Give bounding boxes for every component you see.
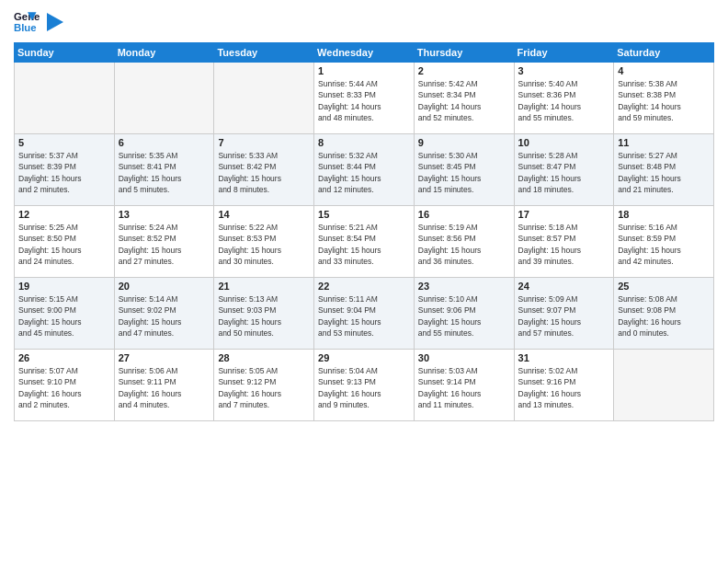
table-row: 17Sunrise: 5:18 AM Sunset: 8:57 PM Dayli… [514,206,614,278]
table-row: 19Sunrise: 5:15 AM Sunset: 9:00 PM Dayli… [15,278,115,350]
table-row: 5Sunrise: 5:37 AM Sunset: 8:39 PM Daylig… [15,134,115,206]
day-number: 7 [218,137,310,148]
table-row: 4Sunrise: 5:38 AM Sunset: 8:38 PM Daylig… [614,63,714,134]
table-row [15,63,115,134]
day-number: 28 [218,352,310,363]
calendar-week-row: 1Sunrise: 5:44 AM Sunset: 8:33 PM Daylig… [15,63,714,134]
day-info: Sunrise: 5:07 AM Sunset: 9:10 PM Dayligh… [18,365,110,410]
table-row: 16Sunrise: 5:19 AM Sunset: 8:56 PM Dayli… [414,206,514,278]
table-row: 31Sunrise: 5:02 AM Sunset: 9:16 PM Dayli… [514,350,614,421]
table-row: 6Sunrise: 5:35 AM Sunset: 8:41 PM Daylig… [114,134,214,206]
col-tuesday: Tuesday [214,43,314,63]
day-info: Sunrise: 5:40 AM Sunset: 8:36 PM Dayligh… [518,78,610,123]
day-number: 13 [119,209,210,220]
day-number: 27 [119,352,210,363]
day-info: Sunrise: 5:30 AM Sunset: 8:45 PM Dayligh… [418,150,510,195]
svg-text:Blue: Blue [14,22,37,33]
calendar-week-row: 5Sunrise: 5:37 AM Sunset: 8:39 PM Daylig… [15,134,714,206]
day-info: Sunrise: 5:14 AM Sunset: 9:02 PM Dayligh… [119,293,210,339]
day-number: 4 [618,65,710,76]
day-number: 9 [418,137,510,148]
table-row: 22Sunrise: 5:11 AM Sunset: 9:04 PM Dayli… [314,278,415,350]
table-row: 27Sunrise: 5:06 AM Sunset: 9:11 PM Dayli… [114,350,214,421]
logo-arrow-icon [47,13,63,31]
table-row: 11Sunrise: 5:27 AM Sunset: 8:48 PM Dayli… [614,134,714,206]
day-info: Sunrise: 5:37 AM Sunset: 8:39 PM Dayligh… [18,150,110,195]
day-info: Sunrise: 5:18 AM Sunset: 8:57 PM Dayligh… [518,222,610,267]
table-row: 21Sunrise: 5:13 AM Sunset: 9:03 PM Dayli… [214,278,314,350]
table-row: 18Sunrise: 5:16 AM Sunset: 8:59 PM Dayli… [614,206,714,278]
day-number: 22 [318,281,410,292]
day-info: Sunrise: 5:38 AM Sunset: 8:38 PM Dayligh… [618,78,710,123]
day-info: Sunrise: 5:02 AM Sunset: 9:16 PM Dayligh… [518,365,610,410]
day-info: Sunrise: 5:22 AM Sunset: 8:53 PM Dayligh… [218,222,310,267]
table-row: 25Sunrise: 5:08 AM Sunset: 9:08 PM Dayli… [614,278,714,350]
day-info: Sunrise: 5:25 AM Sunset: 8:50 PM Dayligh… [18,222,110,267]
col-saturday: Saturday [614,43,714,63]
table-row: 14Sunrise: 5:22 AM Sunset: 8:53 PM Dayli… [214,206,314,278]
table-row: 9Sunrise: 5:30 AM Sunset: 8:45 PM Daylig… [414,134,514,206]
logo: General Blue [14,9,63,35]
day-number: 14 [218,209,310,220]
logo-icon: General Blue [14,9,40,35]
day-info: Sunrise: 5:16 AM Sunset: 8:59 PM Dayligh… [618,222,710,267]
day-info: Sunrise: 5:19 AM Sunset: 8:56 PM Dayligh… [418,222,510,267]
day-number: 25 [618,281,710,292]
day-number: 10 [518,137,610,148]
table-row: 24Sunrise: 5:09 AM Sunset: 9:07 PM Dayli… [514,278,614,350]
table-row: 1Sunrise: 5:44 AM Sunset: 8:33 PM Daylig… [314,63,415,134]
table-row: 26Sunrise: 5:07 AM Sunset: 9:10 PM Dayli… [15,350,115,421]
calendar-week-row: 26Sunrise: 5:07 AM Sunset: 9:10 PM Dayli… [15,350,714,421]
day-number: 17 [518,209,610,220]
calendar-week-row: 12Sunrise: 5:25 AM Sunset: 8:50 PM Dayli… [15,206,714,278]
col-monday: Monday [114,43,214,63]
table-row: 2Sunrise: 5:42 AM Sunset: 8:34 PM Daylig… [414,63,514,134]
table-row: 28Sunrise: 5:05 AM Sunset: 9:12 PM Dayli… [214,350,314,421]
page-header: General Blue [14,9,714,35]
day-number: 3 [518,65,610,76]
day-number: 23 [418,281,510,292]
table-row: 3Sunrise: 5:40 AM Sunset: 8:36 PM Daylig… [514,63,614,134]
day-number: 21 [218,281,310,292]
day-info: Sunrise: 5:33 AM Sunset: 8:42 PM Dayligh… [218,150,310,195]
day-number: 24 [518,281,610,292]
day-info: Sunrise: 5:15 AM Sunset: 9:00 PM Dayligh… [18,293,110,339]
table-row: 30Sunrise: 5:03 AM Sunset: 9:14 PM Dayli… [414,350,514,421]
table-row: 12Sunrise: 5:25 AM Sunset: 8:50 PM Dayli… [15,206,115,278]
svg-marker-3 [47,13,63,31]
day-info: Sunrise: 5:13 AM Sunset: 9:03 PM Dayligh… [218,293,310,339]
table-row [614,350,714,421]
day-info: Sunrise: 5:21 AM Sunset: 8:54 PM Dayligh… [318,222,410,267]
day-info: Sunrise: 5:04 AM Sunset: 9:13 PM Dayligh… [318,365,410,410]
col-sunday: Sunday [15,43,115,63]
day-info: Sunrise: 5:08 AM Sunset: 9:08 PM Dayligh… [618,293,710,339]
table-row: 7Sunrise: 5:33 AM Sunset: 8:42 PM Daylig… [214,134,314,206]
day-info: Sunrise: 5:28 AM Sunset: 8:47 PM Dayligh… [518,150,610,195]
day-number: 30 [418,352,510,363]
day-number: 16 [418,209,510,220]
day-number: 20 [119,281,210,292]
day-number: 19 [18,281,110,292]
day-info: Sunrise: 5:11 AM Sunset: 9:04 PM Dayligh… [318,293,410,339]
table-row: 13Sunrise: 5:24 AM Sunset: 8:52 PM Dayli… [114,206,214,278]
day-info: Sunrise: 5:44 AM Sunset: 8:33 PM Dayligh… [318,78,410,123]
col-friday: Friday [514,43,614,63]
day-info: Sunrise: 5:32 AM Sunset: 8:44 PM Dayligh… [318,150,410,195]
table-row: 20Sunrise: 5:14 AM Sunset: 9:02 PM Dayli… [114,278,214,350]
table-row [214,63,314,134]
calendar-table: Sunday Monday Tuesday Wednesday Thursday… [14,42,714,421]
calendar-week-row: 19Sunrise: 5:15 AM Sunset: 9:00 PM Dayli… [15,278,714,350]
table-row: 8Sunrise: 5:32 AM Sunset: 8:44 PM Daylig… [314,134,415,206]
calendar-header-row: Sunday Monday Tuesday Wednesday Thursday… [15,43,714,63]
table-row: 29Sunrise: 5:04 AM Sunset: 9:13 PM Dayli… [314,350,415,421]
day-number: 8 [318,137,410,148]
day-number: 31 [518,352,610,363]
day-number: 12 [18,209,110,220]
day-info: Sunrise: 5:24 AM Sunset: 8:52 PM Dayligh… [119,222,210,267]
day-number: 6 [119,137,210,148]
day-info: Sunrise: 5:05 AM Sunset: 9:12 PM Dayligh… [218,365,310,410]
day-info: Sunrise: 5:06 AM Sunset: 9:11 PM Dayligh… [119,365,210,410]
day-info: Sunrise: 5:09 AM Sunset: 9:07 PM Dayligh… [518,293,610,339]
day-info: Sunrise: 5:42 AM Sunset: 8:34 PM Dayligh… [418,78,510,123]
day-number: 18 [618,209,710,220]
